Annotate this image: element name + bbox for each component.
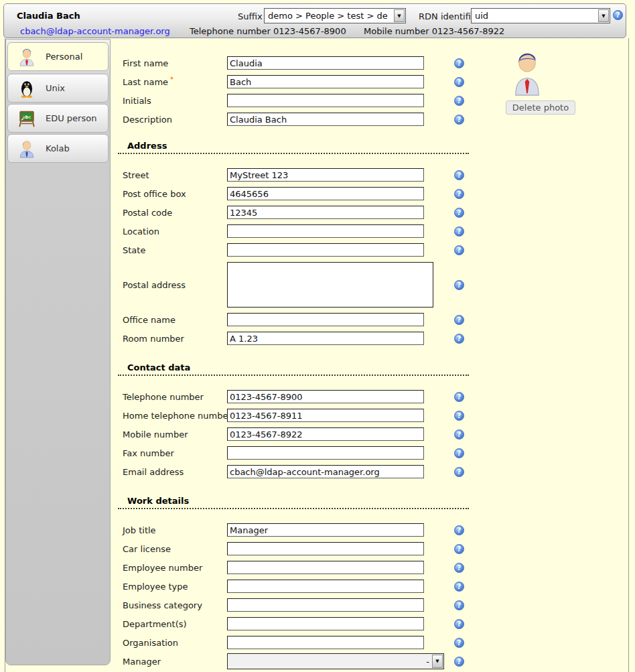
help-icon[interactable]: ? bbox=[454, 280, 464, 290]
user-photo bbox=[512, 50, 543, 96]
initials-input[interactable] bbox=[227, 94, 424, 107]
help-icon[interactable]: ? bbox=[454, 448, 464, 458]
field-label: Employee number bbox=[118, 563, 227, 573]
help-icon[interactable]: ? bbox=[454, 563, 464, 573]
suffix-select[interactable]: demo > People > test > de ▼ bbox=[264, 8, 406, 23]
field-row: Organisation ? bbox=[118, 633, 493, 652]
field-label: Job title bbox=[118, 525, 227, 535]
employee-number-input[interactable] bbox=[227, 561, 424, 574]
telephone-number-input[interactable] bbox=[227, 390, 424, 403]
help-icon[interactable]: ? bbox=[454, 657, 464, 667]
help-icon[interactable]: ? bbox=[454, 245, 464, 255]
help-icon[interactable]: ? bbox=[454, 96, 464, 106]
field-row: Email address ? bbox=[118, 462, 493, 481]
home-telephone-number-input[interactable] bbox=[227, 409, 424, 422]
help-icon[interactable]: ? bbox=[454, 208, 464, 218]
telephone-summary: Telephone number 0123-4567-8900 bbox=[190, 26, 346, 36]
employee-type-input[interactable] bbox=[227, 580, 424, 593]
field-row: Last name* ? bbox=[118, 72, 493, 91]
help-icon[interactable]: ? bbox=[454, 467, 464, 477]
help-icon[interactable]: ? bbox=[454, 411, 464, 421]
fax-number-input[interactable] bbox=[227, 446, 424, 460]
section-title-work-details: Work details bbox=[118, 496, 469, 509]
field-label: Car license bbox=[118, 544, 227, 554]
help-icon[interactable]: ? bbox=[454, 600, 464, 610]
help-icon[interactable]: ? bbox=[454, 189, 464, 199]
departments-input[interactable] bbox=[227, 617, 424, 630]
help-icon[interactable]: ? bbox=[454, 638, 464, 648]
help-icon[interactable]: ? bbox=[454, 170, 464, 180]
rdn-identifier-select[interactable]: uid ▼ bbox=[471, 8, 610, 23]
help-icon[interactable]: ? bbox=[613, 10, 623, 20]
mobile-summary: Mobile number 0123-4567-8922 bbox=[364, 26, 504, 36]
field-label: First name bbox=[118, 58, 227, 68]
content-frame-right-border bbox=[628, 38, 629, 672]
help-icon[interactable]: ? bbox=[454, 334, 464, 344]
field-label: Room number bbox=[118, 334, 227, 344]
kolab-person-icon bbox=[17, 139, 37, 159]
field-label: Home telephone number bbox=[118, 411, 227, 421]
description-input[interactable] bbox=[227, 113, 424, 126]
help-icon[interactable]: ? bbox=[454, 525, 464, 535]
help-icon[interactable]: ? bbox=[454, 77, 464, 87]
help-icon[interactable]: ? bbox=[454, 115, 464, 125]
office-name-input[interactable] bbox=[227, 313, 424, 326]
manager-select[interactable]: - ▼ bbox=[227, 653, 444, 669]
first-name-input[interactable] bbox=[227, 56, 424, 70]
tab-label: Kolab bbox=[46, 143, 70, 153]
field-row: Department(s) ? bbox=[118, 614, 493, 633]
field-row: Post office box ? bbox=[118, 184, 493, 203]
location-input[interactable] bbox=[227, 224, 424, 238]
help-icon[interactable]: ? bbox=[454, 544, 464, 554]
car-license-input[interactable] bbox=[227, 542, 424, 555]
delete-photo-button[interactable]: Delete photo bbox=[506, 100, 575, 115]
rdn-select-value: uid bbox=[472, 11, 598, 21]
field-row: Street ? bbox=[118, 165, 493, 184]
help-icon[interactable]: ? bbox=[454, 429, 464, 440]
field-label: Fax number bbox=[118, 448, 227, 458]
field-row: Fax number ? bbox=[118, 444, 493, 462]
job-title-input[interactable] bbox=[227, 523, 424, 537]
tab-kolab[interactable]: Kolab bbox=[7, 134, 109, 163]
help-icon[interactable]: ? bbox=[454, 392, 464, 402]
organisation-input[interactable] bbox=[227, 636, 424, 649]
field-label: Mobile number bbox=[118, 429, 227, 440]
person-icon bbox=[17, 47, 37, 67]
help-icon[interactable]: ? bbox=[454, 226, 464, 237]
postal-code-input[interactable] bbox=[227, 206, 424, 219]
field-row: Manager - ▼ ? bbox=[118, 652, 493, 671]
last-name-input[interactable] bbox=[227, 75, 424, 88]
chevron-down-icon: ▼ bbox=[598, 9, 609, 22]
street-input[interactable] bbox=[227, 168, 424, 182]
field-label: Organisation bbox=[118, 638, 227, 648]
field-label: Street bbox=[118, 170, 227, 180]
business-category-input[interactable] bbox=[227, 598, 424, 612]
chevron-down-icon: ▼ bbox=[394, 9, 405, 22]
section-title-contact-data: Contact data bbox=[118, 362, 469, 376]
tab-unix[interactable]: Unix bbox=[7, 74, 109, 103]
help-icon[interactable]: ? bbox=[454, 315, 464, 325]
module-tabs-sidebar: Personal Unix bbox=[5, 39, 111, 665]
field-row: State ? bbox=[118, 241, 493, 259]
field-row: Postal address ? bbox=[118, 259, 493, 310]
email-address-input[interactable] bbox=[227, 465, 424, 478]
post-office-box-input[interactable] bbox=[227, 187, 424, 200]
state-input[interactable] bbox=[227, 243, 424, 257]
help-icon[interactable]: ? bbox=[454, 619, 464, 629]
help-icon[interactable]: ? bbox=[454, 58, 464, 68]
suffix-label: Suffix bbox=[238, 11, 263, 21]
field-label: Postal address bbox=[118, 280, 227, 290]
tab-edu-person[interactable]: abc EDU person bbox=[7, 104, 109, 133]
mobile-number-input[interactable] bbox=[227, 427, 424, 441]
personal-tab-content: First name ? Last name* ? Initials ? Des… bbox=[118, 54, 493, 671]
manager-select-value: - bbox=[230, 657, 432, 667]
postal-address-textarea[interactable] bbox=[227, 262, 433, 308]
tab-personal[interactable]: Personal bbox=[7, 42, 109, 71]
chevron-down-icon: ▼ bbox=[432, 655, 443, 668]
room-number-input[interactable] bbox=[227, 332, 424, 345]
account-email-link[interactable]: cbach@ldap-account-manager.org bbox=[20, 26, 170, 36]
field-row: Telephone number ? bbox=[118, 387, 493, 406]
help-icon[interactable]: ? bbox=[454, 582, 464, 592]
field-label: Postal code bbox=[118, 208, 227, 218]
field-row: Location ? bbox=[118, 222, 493, 241]
